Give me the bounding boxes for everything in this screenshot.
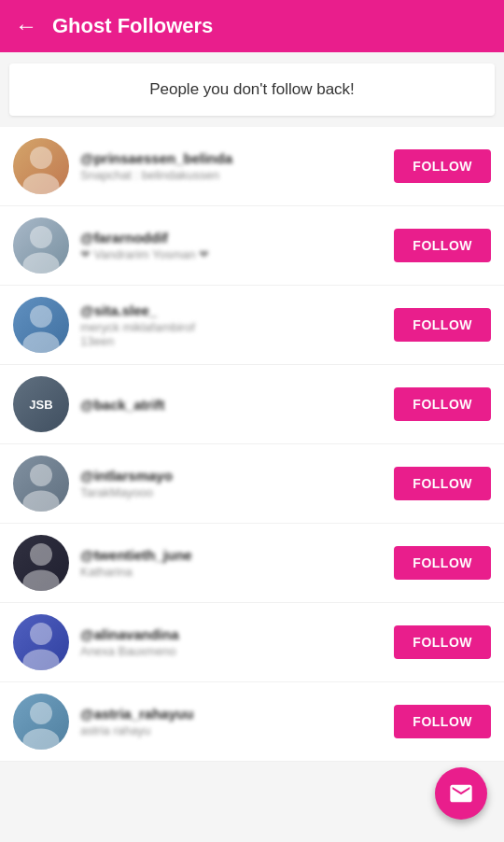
svg-point-12: [30, 702, 52, 724]
follow-button[interactable]: FOLLOW: [394, 467, 491, 500]
follow-button[interactable]: FOLLOW: [394, 308, 491, 342]
svg-point-10: [30, 623, 52, 645]
user-bio: Anexa Bauxmeno: [80, 644, 383, 658]
user-info: @intlarsmayoTarakMayooo: [80, 468, 383, 499]
username: @back_atrift: [80, 397, 383, 413]
list-item: @alinavandinaAnexa BauxmenoFOLLOW: [0, 603, 504, 682]
back-button[interactable]: ←: [15, 13, 37, 39]
svg-point-8: [30, 543, 52, 566]
user-info: @alinavandinaAnexa Bauxmeno: [80, 626, 383, 658]
mail-icon: [448, 780, 474, 807]
user-bio: Snapchat : belindakussen: [80, 168, 383, 182]
list-item: @twentieth_juneKatharinaFOLLOW: [0, 524, 504, 603]
message-fab[interactable]: [435, 767, 487, 820]
user-info: @fararnoddif❤ Vandrarim Yosman ❤: [80, 230, 383, 261]
follow-button[interactable]: FOLLOW: [394, 546, 491, 580]
svg-point-11: [23, 650, 60, 671]
user-info: @prinsaessen_belindaSnapchat : belindaku…: [80, 150, 383, 182]
avatar: [13, 694, 69, 750]
user-bio: meryck miklafambirof: [80, 320, 383, 334]
username: @sita.slee_: [80, 302, 383, 318]
banner-text: People you don't follow back!: [149, 80, 355, 98]
svg-point-6: [30, 464, 52, 486]
avatar: [13, 218, 69, 274]
avatar: [13, 535, 69, 591]
banner: People you don't follow back!: [9, 63, 495, 116]
list-item: JSB@back_atriftFOLLOW: [0, 365, 504, 444]
svg-point-13: [23, 729, 60, 751]
username: @intlarsmayo: [80, 468, 383, 484]
user-bio: ❤ Vandrarim Yosman ❤: [80, 247, 383, 261]
list-item: @prinsaessen_belindaSnapchat : belindaku…: [0, 127, 504, 206]
avatar: [13, 456, 69, 512]
list-item: @fararnoddif❤ Vandrarim Yosman ❤FOLLOW: [0, 206, 504, 286]
svg-point-9: [23, 570, 60, 592]
username: @twentieth_june: [80, 547, 383, 563]
avatar: [13, 297, 69, 353]
follow-button[interactable]: FOLLOW: [394, 625, 491, 659]
user-list: @prinsaessen_belindaSnapchat : belindaku…: [0, 127, 504, 842]
svg-point-3: [23, 253, 60, 274]
svg-point-2: [30, 226, 52, 248]
list-item: @astria_rahayuuastria rahayuFOLLOW: [0, 682, 504, 762]
avatar: [13, 614, 69, 670]
username: @alinavandina: [80, 626, 383, 642]
avatar: JSB: [13, 376, 69, 432]
username: @astria_rahayuu: [80, 706, 383, 722]
user-bio: TarakMayooo: [80, 485, 383, 499]
user-bio2: 13een: [80, 334, 383, 348]
svg-point-5: [23, 332, 60, 354]
svg-point-4: [30, 305, 52, 328]
user-bio: Katharina: [80, 565, 383, 579]
list-item: @intlarsmayoTarakMayoooFOLLOW: [0, 444, 504, 524]
avatar: [13, 138, 69, 194]
follow-button[interactable]: FOLLOW: [394, 149, 491, 183]
user-bio: astria rahayu: [80, 723, 383, 737]
user-info: @back_atrift: [80, 397, 383, 413]
list-item: @sita.slee_meryck miklafambirof13eenFOLL…: [0, 286, 504, 365]
svg-point-1: [23, 174, 60, 195]
user-info: @sita.slee_meryck miklafambirof13een: [80, 302, 383, 348]
username: @prinsaessen_belinda: [80, 150, 383, 166]
follow-button[interactable]: FOLLOW: [394, 705, 491, 738]
follow-button[interactable]: FOLLOW: [394, 229, 491, 262]
user-info: @astria_rahayuuastria rahayu: [80, 706, 383, 737]
svg-point-7: [23, 491, 60, 512]
svg-point-0: [30, 147, 52, 169]
username: @fararnoddif: [80, 230, 383, 246]
page-title: Ghost Followers: [52, 14, 213, 38]
header: ← Ghost Followers: [0, 0, 504, 52]
user-info: @twentieth_juneKatharina: [80, 547, 383, 579]
follow-button[interactable]: FOLLOW: [394, 387, 491, 421]
